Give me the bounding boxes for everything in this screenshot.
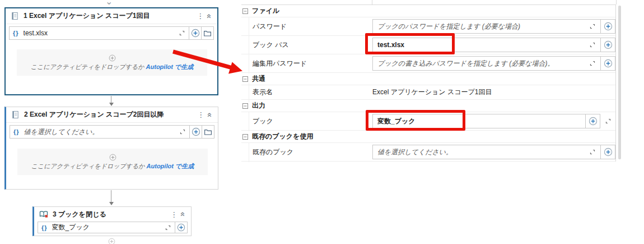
plus-options-button[interactable] — [600, 38, 615, 52]
expand-editor-icon — [605, 118, 612, 125]
properties-panel: ファイル パスワード ブックのパスワードを指定します (必要な場合) ブック パ… — [241, 4, 616, 162]
expression-braces-icon: {} — [13, 30, 19, 36]
expand-editor-icon[interactable] — [165, 224, 171, 231]
grid-column-tick — [616, 0, 617, 4]
property-label: 既存のブック — [241, 148, 372, 157]
expand-editor-icon[interactable] — [589, 149, 596, 155]
display-name-value[interactable]: Excel アプリケーション スコープ1回目 — [372, 88, 492, 97]
collapse-section-icon[interactable] — [242, 76, 248, 82]
collapse-icon[interactable]: « — [206, 112, 214, 118]
activity-title: 2 Excel アプリケーション スコープ2回目以降 — [24, 110, 164, 119]
autopilot-link[interactable]: Autopilot で生成 — [146, 63, 194, 70]
property-row-workbook-output: ブック 変数_ブック — [241, 112, 615, 131]
workbook-path-row: {} 値を選択してください。 — [10, 125, 214, 139]
browse-folder-button[interactable] — [202, 125, 214, 139]
drop-hint: ここにアクティビティをドロップするか Autopilot で生成 — [31, 162, 194, 171]
property-label: ブック — [241, 117, 372, 126]
vertical-scrollbar[interactable] — [618, 6, 621, 159]
plus-options-button[interactable] — [175, 222, 188, 233]
property-label: 編集用パスワード — [241, 59, 372, 68]
activity-header[interactable]: 1 Excel アプリケーション スコープ1回目 ⋮ « — [6, 8, 217, 24]
activity-header[interactable]: 2 Excel アプリケーション スコープ2回目以降 ⋮ « — [6, 107, 218, 123]
section-label: 出力 — [252, 101, 265, 111]
existing-workbook-input[interactable]: 値を選択してください。 — [372, 145, 601, 159]
activity-header[interactable]: 3 ブックを閉じる ⋮ « — [34, 207, 191, 222]
collapse-section-icon[interactable] — [242, 103, 248, 109]
uipath-studio-designer: ⌄ 1 Excel アプリケーション スコープ1回目 ⋮ « {} test.x… — [0, 0, 644, 244]
circle-plus-icon — [604, 40, 613, 49]
workbook-path-input[interactable]: {} 値を選択してください。 — [10, 125, 190, 139]
password-input[interactable]: ブックのパスワードを指定します (必要な場合) — [372, 19, 601, 34]
autopilot-link[interactable]: Autopilot で生成 — [147, 163, 194, 169]
circle-plus-icon — [191, 29, 200, 38]
drop-hint-text: ここにアクティビティをドロップするか — [31, 63, 144, 70]
circle-plus-icon — [192, 127, 200, 136]
excel-scope-icon — [11, 111, 20, 119]
drop-hint: ここにアクティビティをドロップするか Autopilot で生成 — [31, 63, 193, 71]
connector-arrow — [109, 96, 114, 106]
collapse-icon[interactable]: « — [205, 13, 214, 20]
workbook-output-input[interactable]: 変数_ブック — [372, 114, 586, 128]
expression-braces-icon: {} — [13, 128, 20, 135]
circle-plus-icon — [177, 223, 185, 232]
circle-plus-icon — [589, 117, 598, 126]
grid-column-tick — [372, 0, 372, 4]
chevron-down-icon[interactable]: ⌄ — [105, 0, 113, 7]
circle-plus-icon — [604, 22, 613, 31]
workbook-path-row: {} test.xlsx — [9, 26, 214, 40]
plus-options-button[interactable] — [600, 19, 615, 34]
collapse-section-icon[interactable] — [242, 134, 248, 140]
property-row-edit-password: 編集用パスワード ブックの書き込みパスワードを指定します (必要な場合)。 — [241, 54, 615, 73]
workbook-path-value: test.xlsx — [377, 41, 404, 49]
property-label: 表示名 — [241, 88, 372, 97]
expression-braces-icon: {} — [41, 224, 48, 231]
workbook-path-input[interactable]: test.xlsx — [372, 38, 601, 52]
activity-drop-area[interactable]: ここにアクティビティをドロップするか Autopilot で生成 — [17, 49, 207, 76]
add-activity-plus-icon[interactable] — [108, 238, 115, 244]
workbook-path-input[interactable]: {} test.xlsx — [9, 26, 189, 40]
plus-options-button[interactable] — [600, 145, 615, 159]
excel-scope-icon — [11, 12, 19, 20]
activity-card-excel-scope-2[interactable]: 2 Excel アプリケーション スコープ2回目以降 ⋮ « {} 値を選択して… — [4, 107, 218, 190]
workbook-variable-input[interactable]: {} 変数_ブック — [38, 222, 175, 233]
expand-editor-icon[interactable] — [179, 128, 186, 135]
password-placeholder: ブックのパスワードを指定します (必要な場合) — [377, 22, 520, 31]
expand-editor-icon[interactable] — [589, 23, 596, 30]
plus-options-button[interactable] — [189, 125, 202, 139]
circle-plus-icon — [604, 59, 613, 68]
section-use-existing-workbook[interactable]: 既存のブックを使用 — [241, 131, 615, 143]
activity-card-close-workbook[interactable]: 3 ブックを閉じる ⋮ « {} 変数_ブック — [32, 206, 192, 236]
plus-options-button[interactable] — [600, 56, 615, 71]
section-output[interactable]: 出力 — [241, 100, 615, 112]
property-row-display-name: 表示名 Excel アプリケーション スコープ1回目 — [241, 85, 615, 100]
folder-icon — [204, 128, 212, 136]
property-label: パスワード — [241, 22, 372, 31]
existing-workbook-placeholder: 値を選択してください。 — [377, 148, 452, 157]
edit-password-placeholder: ブックの書き込みパスワードを指定します (必要な場合)。 — [377, 59, 554, 68]
workbook-variable-value: 変数_ブック — [52, 223, 90, 232]
section-label: 共通 — [252, 74, 265, 84]
property-row-existing-workbook: 既存のブック 値を選択してください。 — [241, 143, 615, 162]
activity-drop-area[interactable]: ここにアクティビティをドロップするか Autopilot で生成 — [17, 149, 208, 175]
expand-editor-button[interactable] — [600, 114, 615, 128]
connector-arrow — [109, 190, 114, 205]
add-activity-plus-icon — [109, 54, 116, 62]
property-row-workbook-path: ブック パス test.xlsx — [241, 36, 615, 54]
collapse-section-icon[interactable] — [242, 8, 248, 14]
edit-password-input[interactable]: ブックの書き込みパスワードを指定します (必要な場合)。 — [372, 56, 601, 71]
property-label: ブック パス — [241, 40, 372, 50]
close-workbook-icon — [39, 210, 48, 219]
activity-title: 1 Excel アプリケーション スコープ1回目 — [24, 11, 150, 21]
section-file[interactable]: ファイル — [241, 5, 615, 17]
collapse-icon[interactable]: « — [179, 211, 188, 218]
expand-editor-icon[interactable] — [179, 30, 185, 36]
activity-card-excel-scope-1[interactable]: 1 Excel アプリケーション スコープ1回目 ⋮ « {} test.xls… — [4, 7, 218, 95]
browse-folder-button[interactable] — [201, 26, 214, 40]
plus-options-button[interactable] — [585, 114, 600, 128]
plus-options-button[interactable] — [189, 26, 202, 40]
section-common[interactable]: 共通 — [241, 73, 615, 85]
workbook-variable-row: {} 変数_ブック — [38, 222, 188, 233]
expand-editor-icon[interactable] — [589, 42, 596, 48]
add-activity-plus-icon — [109, 154, 116, 161]
expand-editor-icon[interactable] — [589, 60, 596, 67]
